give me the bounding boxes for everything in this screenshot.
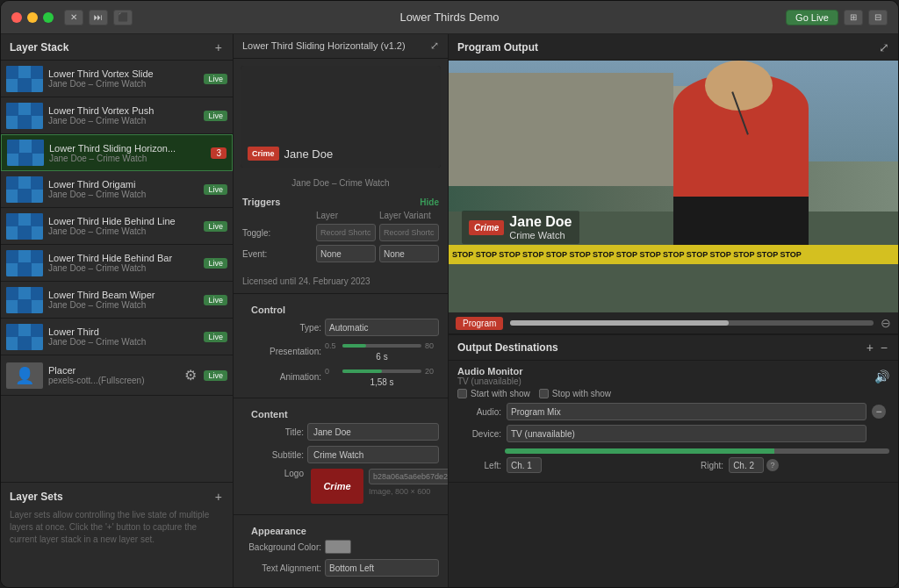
lower-third-overlay: Crime Jane Doe Crime Watch [462,211,579,244]
expand-output-icon[interactable]: ⤢ [879,40,889,54]
licensed-notice: Licensed until 24. February 2023 [234,273,448,294]
start-with-show-label[interactable]: Start with show [457,389,530,398]
window-title: Lower Thirds Demo [399,11,499,24]
layer-subtitle: Jane Doe – Crime Watch [48,263,200,273]
expand-icon[interactable]: ⤢ [430,39,439,52]
layer-name: Lower Third Origami [48,179,200,190]
video-scene: STOP STOP STOP STOP STOP STOP STOP STOP … [449,61,898,312]
live-badge: Live [204,184,227,195]
program-bar: Program ⊖ [449,312,898,334]
layer-info: Lower Third Hide Behind Line Jane Doe – … [48,216,200,236]
add-layer-set-button[interactable]: + [213,490,224,504]
grid-view-icon[interactable]: ⊟ [868,10,888,25]
triggers-toggle-row: Toggle: [242,224,439,241]
toggle-label: Toggle: [242,228,313,238]
right-channel-input[interactable] [729,457,764,473]
list-item[interactable]: Lower Third Sliding Horizon... Jane Doe … [1,134,233,171]
titlebar-right: Go Live ⊞ ⊟ [786,10,888,25]
layer-thumbnail [6,176,43,203]
start-with-show-checkbox[interactable] [457,389,467,398]
progress-bar[interactable] [510,320,874,326]
toggle-variant-shortcut[interactable] [379,224,439,241]
text-align-select[interactable]: Bottom Left [325,559,439,577]
add-layer-button[interactable]: + [213,40,224,54]
live-badge: Live [204,258,227,269]
speaker-icon: 🔊 [874,369,889,384]
layer-name: Lower Third Hide Behind Line [48,216,200,226]
list-item[interactable]: Lower Third Vortex Push Jane Doe – Crime… [1,97,233,134]
stop-with-show-checkbox[interactable] [539,389,549,398]
triggers-grid: Layer Layer Variant Toggle: Event: None … [234,211,448,266]
triggers-hide-button[interactable]: Hide [420,197,439,207]
layer-subtitle: Jane Doe – Crime Watch [48,79,200,89]
list-item[interactable]: 👤 Placer pexels-cott...(Fullscreen) ⚙ Li… [1,355,233,396]
list-item[interactable]: Lower Third Origami Jane Doe – Crime Wat… [1,171,233,208]
layer-thumbnail [7,140,44,166]
close-button[interactable] [11,12,22,23]
list-item[interactable]: Lower Third Jane Doe – Crime Watch Live [1,319,233,355]
layer-thumbnail [6,103,43,129]
close-icon[interactable]: ✕ [64,10,83,25]
audio-monitor-title: Audio Monitor [457,366,523,376]
title-row: Title: [242,423,439,441]
audio-monitor-subtitle: TV (unavailable) [457,376,523,386]
layer-thumbnail [6,324,43,350]
subtitle-row: Subtitle: [242,446,439,463]
list-item[interactable]: Lower Third Hide Behind Line Jane Doe – … [1,208,233,245]
stop-with-show-label[interactable]: Stop with show [539,389,611,398]
program-badge: Program [456,317,503,330]
logo-section: Logo Crime b28a06a5a6eb67de23f801... Ima… [242,469,439,504]
output-dest-actions: + − [865,341,889,355]
layer-stack-actions: + [213,40,224,54]
layer-name: Placer [48,365,184,376]
bg-color-swatch[interactable] [325,540,351,554]
minus-output-icon[interactable]: ⊖ [881,316,891,330]
toggle-layer-shortcut[interactable] [316,224,376,241]
volume-slider[interactable] [505,448,889,454]
fullscreen-button[interactable] [43,12,54,23]
device-select[interactable]: TV (unavailable) [507,425,867,442]
audio-settings-row: Audio: Program Mix − [457,403,889,420]
title-input[interactable] [307,423,439,441]
layer-subtitle: Jane Doe – Crime Watch [48,337,200,347]
list-item[interactable]: Lower Third Beam Wiper Jane Doe – Crime … [1,282,233,319]
middle-panel: Lower Third Sliding Horizontally (v1.2) … [234,34,449,587]
layer-info: Lower Third Vortex Slide Jane Doe – Crim… [48,68,200,89]
layer-stack-title: Layer Stack [10,41,68,54]
animation-slider[interactable] [342,369,421,373]
type-select[interactable]: Automatic [325,319,439,336]
remove-destination-button[interactable]: − [879,341,889,355]
left-channel-input[interactable] [507,457,542,473]
animation-value: 1,58 s [325,377,439,387]
titlebar: ✕ ⏭ ⬛ Lower Thirds Demo Go Live ⊞ ⊟ [1,1,898,34]
right-label: Right: [701,461,723,470]
list-item[interactable]: Lower Third Hide Behind Bar Jane Doe – C… [1,245,233,282]
middle-panel-title: Lower Third Sliding Horizontally (v1.2) [242,40,406,51]
presentation-slider[interactable] [342,344,421,348]
add-destination-button[interactable]: + [865,341,875,355]
subtitle-input[interactable] [307,446,439,463]
event-layer-select[interactable]: None [316,245,376,262]
video-area: STOP STOP STOP STOP STOP STOP STOP STOP … [449,61,898,312]
triggers-section: Triggers Hide [234,191,448,211]
audio-monitor-header: Audio Monitor TV (unavailable) 🔊 [457,366,889,386]
remove-audio-button[interactable]: − [872,405,886,419]
layer-subtitle: pexels-cott...(Fullscreen) [48,376,184,385]
list-item[interactable]: Lower Third Vortex Slide Jane Doe – Crim… [1,61,233,97]
camera-icon[interactable]: ⬛ [113,10,133,25]
volume-slider-row [457,447,889,457]
appearance-section: Appearance Background Color: Text Alignm… [234,514,448,587]
output-destinations-title: Output Destinations [457,341,558,354]
audio-select[interactable]: Program Mix [507,403,867,420]
event-variant-select[interactable]: None [379,245,439,262]
subtitle-label: Subtitle: [242,450,304,460]
logo-dims: Image, 800 × 600 [369,487,449,496]
skip-forward-icon[interactable]: ⏭ [89,10,108,25]
bg-color-label: Background Color: [242,542,321,552]
help-icon[interactable]: ? [766,459,779,471]
audio-options-row: Start with show Stop with show [457,389,889,398]
layout-toggle-icon[interactable]: ⊞ [844,10,863,25]
minimize-button[interactable] [27,12,38,23]
audio-monitor-info: Audio Monitor TV (unavailable) [457,366,523,386]
go-live-button[interactable]: Go Live [786,10,838,25]
